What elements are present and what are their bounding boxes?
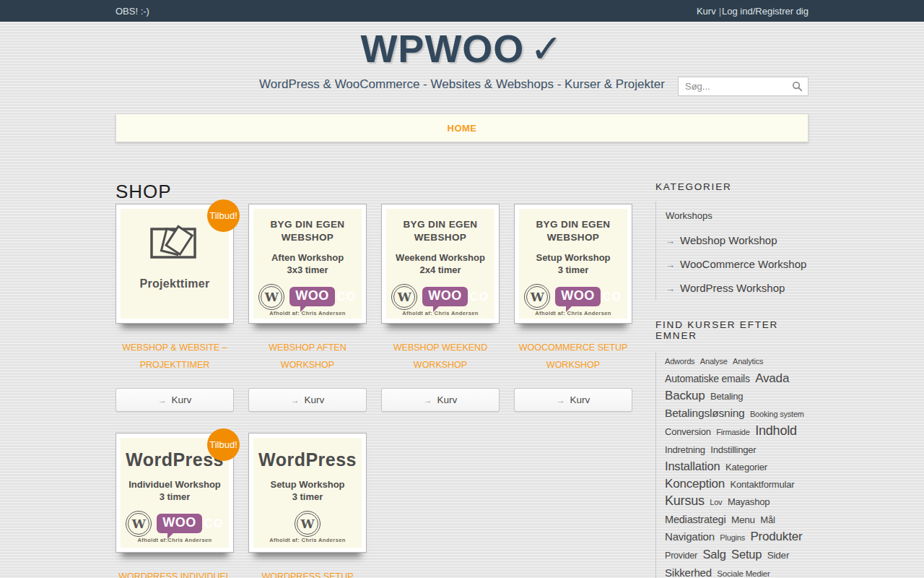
search-input[interactable]: [679, 81, 792, 92]
tag-link[interactable]: Avada: [755, 371, 789, 385]
add-to-cart-button[interactable]: → Kurv: [116, 388, 234, 412]
tag-link[interactable]: Navigation: [665, 530, 715, 543]
tag-cloud: Adwords Analyse Analytics Automatiske em…: [655, 352, 808, 578]
gallery-icon: [149, 224, 200, 263]
tag-link[interactable]: Mayashop: [728, 496, 770, 507]
product-card: Tilbud!WordPressIndividuel Workshop 3 ti…: [116, 433, 234, 578]
category-link[interactable]: →WooCommerce Workshop: [666, 252, 808, 276]
category-link[interactable]: →Webshop Workshop: [666, 228, 808, 252]
add-to-cart-button[interactable]: → Kurv: [514, 388, 632, 412]
product-title-link[interactable]: WORDPRESS INDIVIDUEL: [116, 568, 234, 578]
separator: |: [719, 6, 721, 17]
tag-link[interactable]: Lov: [710, 498, 722, 506]
tags-heading: FIND KURSER EFTER EMNER: [655, 319, 808, 341]
tag-link[interactable]: Indstillinger: [710, 444, 756, 455]
site-logo-text: WPWOO: [360, 27, 524, 70]
product-title-link[interactable]: WEBSHOP WEEKEND WORKSHOP: [381, 339, 500, 374]
header: WPWOO✓ WordPress & WooCommerce - Website…: [0, 22, 924, 113]
tag-link[interactable]: Betalingsløsning: [665, 407, 745, 419]
tag-link[interactable]: Provider: [665, 551, 697, 561]
topbar-note: OBS! :-): [116, 6, 149, 17]
woocommerce-logo-icon: WOOCO: [289, 287, 357, 306]
product-image[interactable]: Tilbud!WordPressIndividuel Workshop 3 ti…: [116, 433, 234, 553]
product-image[interactable]: BYG DIN EGEN WEBSHOPAften Workshop 3x3 t…: [248, 204, 367, 324]
search-icon[interactable]: [792, 81, 808, 92]
product-image[interactable]: WordPressSetup Workshop 3 timerWAfholdt …: [248, 433, 367, 553]
main-column: SHOP Tilbud!ProjekttimerWEBSHOP & WEBSIT…: [116, 142, 632, 578]
tag-link[interactable]: Kontaktformular: [731, 479, 795, 490]
add-to-cart-button[interactable]: → Kurv: [248, 388, 367, 412]
page-title: SHOP: [116, 181, 632, 202]
product-image-label: Projekttimer: [140, 277, 210, 290]
add-to-cart-button[interactable]: → Kurv: [381, 388, 500, 412]
tag-link[interactable]: Firmaside: [716, 428, 750, 436]
tag-link[interactable]: Mediastrategi: [665, 514, 725, 525]
tag-link[interactable]: Backup: [665, 389, 705, 402]
arrow-icon: →: [424, 395, 432, 405]
arrow-icon: →: [666, 236, 675, 246]
wordpress-logo-icon: W: [524, 284, 550, 310]
wordpress-logo-icon: W: [258, 284, 284, 310]
product-title-link[interactable]: WORDPRESS SETUP: [248, 568, 367, 578]
product-title-link[interactable]: WOOCOMMERCE SETUP WORKSHOP: [514, 339, 632, 374]
tag-link[interactable]: Sider: [767, 550, 790, 561]
tag-link[interactable]: Konception: [665, 477, 725, 491]
tag-link[interactable]: Mål: [760, 514, 775, 525]
woo-bubble-text: WOO: [555, 287, 601, 306]
tag-link[interactable]: Setup: [731, 548, 762, 561]
tag-link[interactable]: Produkter: [750, 530, 802, 543]
tag-link[interactable]: Kategorier: [725, 462, 767, 473]
tag-link[interactable]: Automatiske emails: [665, 373, 750, 384]
product-logos: WWOOCO: [524, 284, 622, 310]
tag-link[interactable]: Adwords: [665, 357, 694, 366]
product-title-link[interactable]: WEBSHOP AFTEN WORKSHOP: [248, 339, 367, 374]
tag-link[interactable]: Indhold: [755, 423, 797, 438]
product-logos: WWOOCO: [391, 284, 489, 310]
woo-bubble-text: WOO: [157, 514, 202, 533]
category-link[interactable]: Workshops: [666, 206, 808, 228]
tag-link[interactable]: Conversion: [665, 426, 711, 437]
tag-link[interactable]: Betaling: [710, 391, 743, 402]
product-card: BYG DIN EGEN WEBSHOPAften Workshop 3x3 t…: [248, 204, 367, 412]
tag-link[interactable]: Indretning: [665, 444, 705, 455]
product-image[interactable]: BYG DIN EGEN WEBSHOPSetup Workshop 3 tim…: [514, 204, 632, 324]
check-icon: ✓: [530, 27, 563, 70]
cart-link[interactable]: Kurv: [697, 6, 716, 17]
tag-link[interactable]: Plugins: [720, 533, 745, 542]
product-image-content: WordPressSetup Workshop 3 timerWAfholdt …: [253, 438, 362, 548]
tag-link[interactable]: Installation: [665, 460, 720, 473]
content: SHOP Tilbud!ProjekttimerWEBSHOP & WEBSIT…: [116, 142, 808, 578]
tag-link[interactable]: Kursus: [665, 493, 705, 508]
woo-co-text: CO: [603, 290, 622, 303]
login-register-link[interactable]: Log ind/Registrer dig: [722, 6, 808, 17]
site-logo[interactable]: WPWOO✓: [0, 22, 924, 71]
arrow-icon: →: [666, 283, 675, 294]
wordpress-logo-icon: W: [391, 284, 417, 310]
product-grid: Tilbud!ProjekttimerWEBSHOP & WEBSITE – P…: [116, 204, 632, 578]
product-card: WordPressSetup Workshop 3 timerWAfholdt …: [248, 433, 367, 578]
tag-link[interactable]: Analyse: [700, 357, 728, 366]
topbar: OBS! :-) Kurv|Log ind/Registrer dig: [0, 0, 924, 22]
product-logos: WWOOCO: [126, 511, 224, 537]
tag-link[interactable]: Analytics: [733, 357, 763, 366]
tag-link[interactable]: Sociale Medier: [717, 569, 770, 578]
sale-badge: Tilbud!: [207, 199, 240, 232]
product-card: BYG DIN EGEN WEBSHOPSetup Workshop 3 tim…: [514, 204, 632, 412]
tag-link[interactable]: Menu: [731, 514, 755, 525]
tag-link[interactable]: Booking system: [750, 410, 804, 418]
tag-link[interactable]: Sikkerhed: [665, 566, 712, 578]
category-list: Workshops→Webshop Workshop→WooCommerce W…: [655, 202, 808, 300]
woo-co-text: CO: [470, 290, 489, 303]
product-image[interactable]: BYG DIN EGEN WEBSHOPWeekend Workshop 2x4…: [381, 204, 500, 324]
product-logos: WWOOCO: [258, 284, 357, 310]
category-link[interactable]: →WordPress Workshop: [666, 276, 808, 300]
search-box: [678, 77, 808, 96]
nav-home-link[interactable]: HOME: [448, 123, 477, 134]
tag-link[interactable]: Salg: [702, 548, 725, 561]
woocommerce-logo-icon: WOOCO: [555, 287, 622, 306]
product-image[interactable]: Tilbud!Projekttimer: [116, 204, 234, 324]
product-image-content: BYG DIN EGEN WEBSHOPWeekend Workshop 2x4…: [386, 209, 494, 319]
wordpress-logo-icon: W: [126, 511, 152, 537]
product-title-link[interactable]: WEBSHOP & WEBSITE – PROJEKTTIMER: [116, 339, 234, 374]
product-image-footer: Afholdt af: Chris Andersen: [269, 537, 346, 548]
